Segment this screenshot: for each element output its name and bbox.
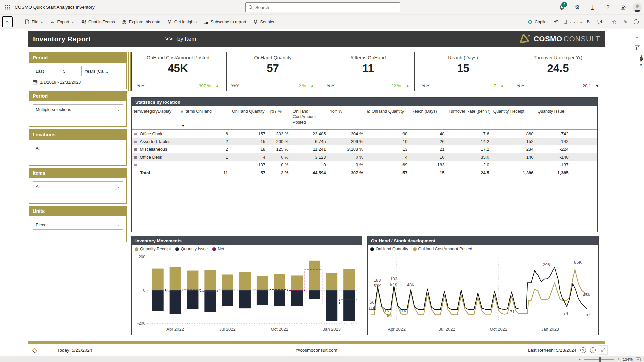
expand-row-icon[interactable]: ⊞ (134, 132, 137, 136)
period-dropdown[interactable]: Multiple selections⌄ (33, 104, 123, 114)
stock-plot[interactable]: Apr 2022Jul 2022Oct 2022Jan 20235611K188… (368, 253, 598, 335)
bar-issue[interactable] (187, 290, 199, 309)
table-row[interactable]: ⊞Office Desk140 %3,1230 %41035.0140-140 (132, 153, 597, 161)
column-header[interactable]: OnHand Quantity (231, 106, 269, 130)
column-header[interactable]: YoY % (269, 106, 292, 130)
refresh-button[interactable]: ↻ (583, 17, 594, 27)
expand-row-icon[interactable]: ⊞ (134, 140, 137, 144)
download-icon[interactable]: ↓ (586, 1, 599, 14)
bar-issue[interactable] (204, 290, 216, 312)
column-header[interactable]: YoY % (329, 106, 366, 130)
zoom-slider-handle[interactable] (599, 357, 601, 362)
fit-to-page-icon[interactable] (636, 357, 641, 361)
bar-issue[interactable] (222, 290, 233, 306)
search-box[interactable] (245, 2, 400, 12)
period-dropdown-1[interactable]: 5 (60, 66, 79, 76)
bar-issue[interactable] (291, 290, 303, 306)
waffle-menu-icon[interactable] (0, 0, 15, 15)
bar-receipt[interactable] (204, 270, 216, 291)
resize-grip-icon[interactable] (599, 345, 608, 355)
kpi-card-1[interactable]: OnHand Quantity57YoY2 %▲ (226, 52, 319, 91)
expand-row-icon[interactable]: ⊞ (134, 163, 137, 167)
app-title[interactable]: COSMO Quick Start Analytics Inventory⌄ (15, 5, 100, 10)
items-dropdown[interactable]: All⌄ (33, 181, 123, 191)
kpi-card-3[interactable]: Reach (Days)15YoY7▲ (417, 52, 509, 91)
menu-item-file[interactable]: File⌄ (21, 17, 47, 27)
copilot-button[interactable]: Copilot (524, 17, 551, 27)
legend-item[interactable]: Quantity Receipt (135, 247, 171, 251)
search-input[interactable] (255, 5, 397, 10)
zoom-out-button[interactable]: - (579, 357, 581, 362)
bar-issue[interactable] (170, 290, 181, 314)
table-row[interactable]: Total11572 %44,594307 %571524.51,386-1,3… (132, 169, 597, 177)
column-header[interactable]: # Items OnHand▼ (180, 106, 231, 130)
expand-pane-button[interactable]: » (2, 16, 13, 27)
bar-issue[interactable] (343, 290, 355, 321)
legend-item[interactable]: OnHand Quantity (370, 247, 408, 251)
collapse-filters-button[interactable]: « (634, 34, 641, 40)
period-dropdown-2[interactable]: Years (Cal...⌄ (81, 66, 123, 76)
expand-row-icon[interactable]: ⊞ (134, 155, 137, 159)
column-header[interactable]: Reach (Days) (411, 106, 448, 130)
table-row[interactable]: ⊞Assorted Tables215200 %6,745299 %102614… (132, 138, 597, 145)
period-dropdown-0[interactable]: Last⌄ (33, 66, 58, 76)
table-row[interactable]: ⊞-1370 %00 %-69-183-2.0-137 (132, 161, 597, 169)
menu-item-export[interactable]: ⇤Export⌄ (47, 17, 78, 27)
bar-receipt[interactable] (187, 271, 199, 291)
user-avatar[interactable] (633, 3, 642, 12)
bar-receipt[interactable] (291, 275, 303, 290)
bar-receipt[interactable] (170, 267, 181, 290)
column-header[interactable]: Turnover Rate (per Yr) (448, 106, 492, 130)
legend-item[interactable]: OnHand CostAmount Posted (413, 247, 472, 251)
bar-receipt[interactable] (343, 269, 355, 290)
legend-item[interactable]: Quantity Issue (175, 247, 208, 251)
zoom-slider[interactable] (584, 359, 614, 360)
bar-receipt[interactable] (257, 276, 268, 290)
locations-dropdown[interactable]: All⌄ (33, 143, 123, 153)
column-header[interactable]: Quantity Issue (537, 106, 572, 130)
quantity-line[interactable] (371, 267, 587, 310)
menu-item-explore-this-data[interactable]: Explore this data (118, 17, 164, 27)
bar-receipt[interactable] (239, 272, 251, 291)
kpi-card-0[interactable]: OnHand CostAmount Posted45KYoY307 %▲ (131, 52, 224, 91)
table-row[interactable]: ⊞Miscellaneous218125 %11,2413,183 %13211… (132, 145, 597, 153)
bar-issue[interactable] (309, 290, 320, 299)
feedback-icon[interactable] (617, 1, 630, 14)
column-header[interactable]: Ø OnHand Quantity (367, 106, 411, 130)
column-header[interactable]: OnHand CostAmount Posted (292, 106, 329, 130)
kpi-card-4[interactable]: Turnover Rate (per Yr)24.5YoY-20.1▼ (512, 52, 604, 91)
bookmark-button[interactable]: ⌄ (562, 17, 573, 27)
movements-plot[interactable]: 2000-200Apr 2022Jul 2022Oct 2022Jan 2023 (132, 253, 362, 335)
bar-receipt[interactable] (309, 261, 320, 290)
column-header[interactable]: Quantity Receipt (493, 106, 537, 130)
bar-issue[interactable] (152, 290, 164, 311)
settings-gear-icon[interactable]: ⚙ (571, 1, 584, 14)
menu-item-more[interactable]: ⋯ (279, 17, 291, 27)
bar-receipt[interactable] (326, 273, 337, 291)
comment-button[interactable] (594, 17, 605, 27)
legend-item[interactable]: Net (212, 247, 224, 251)
pencil-button[interactable]: ✎ (620, 17, 631, 27)
menu-item-get-insights[interactable]: Get insights (164, 17, 200, 27)
bar-receipt[interactable] (152, 269, 164, 290)
units-dropdown[interactable]: Piece⌄ (33, 220, 123, 230)
undo-button[interactable]: ↶ (551, 17, 562, 27)
bar-issue[interactable] (274, 290, 285, 306)
star-button[interactable]: ☆ (609, 17, 620, 27)
bar-issue[interactable] (326, 290, 337, 321)
menu-item-set-alert[interactable]: Set alert (249, 17, 279, 27)
menu-item-subscribe-to-report[interactable]: Subscribe to report (200, 17, 250, 27)
expand-row-icon[interactable]: ⊞ (134, 147, 137, 152)
zoom-in-button[interactable]: + (618, 357, 620, 362)
menu-item-chat-in-teams[interactable]: TChat in Teams (77, 17, 118, 27)
column-header[interactable]: ItemCategoryDisplay (132, 106, 180, 130)
help-icon[interactable]: ? (602, 1, 614, 14)
kpi-card-2[interactable]: # Items OnHand11YoY22 %▲ (322, 52, 415, 91)
table-row[interactable]: ⊞Office Chair6157303 %23,485304 %98487.6… (132, 130, 597, 138)
bar-issue[interactable] (257, 290, 268, 305)
notifications-button[interactable]: 2 (555, 1, 568, 14)
info-button[interactable]: i (631, 17, 641, 27)
bar-receipt[interactable] (274, 274, 285, 290)
bar-receipt[interactable] (222, 274, 233, 290)
bar-issue[interactable] (239, 290, 251, 308)
